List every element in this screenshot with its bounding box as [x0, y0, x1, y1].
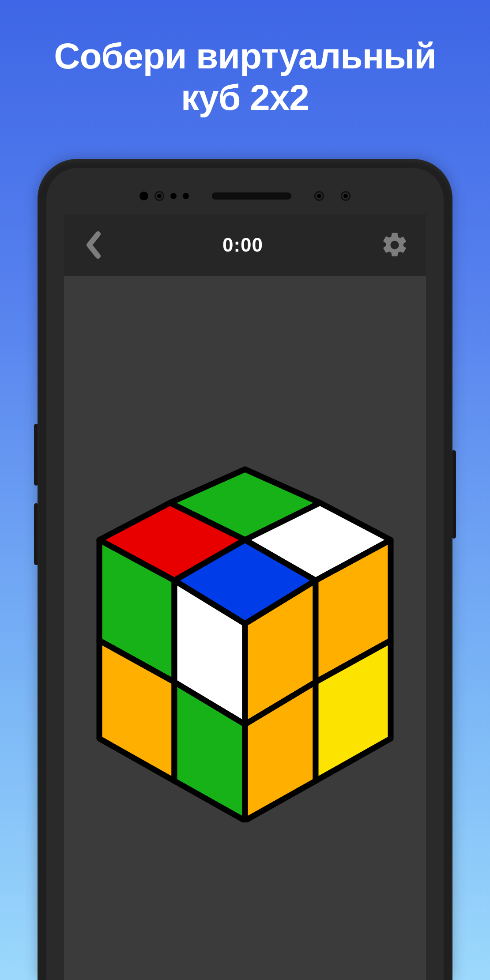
headline-line1: Собери виртуальный	[54, 36, 436, 76]
phone-bezel: 0:00	[46, 168, 444, 980]
app-topbar: 0:00	[64, 214, 426, 276]
sensor-dot	[139, 192, 148, 200]
app-screen: 0:00	[64, 214, 426, 980]
earpiece	[212, 192, 291, 200]
rubiks-cube-2x2[interactable]	[86, 460, 404, 822]
settings-button[interactable]	[379, 230, 410, 260]
phone-body: 0:00	[38, 159, 452, 980]
back-button[interactable]	[80, 227, 106, 263]
chevron-left-icon	[85, 231, 102, 259]
phone-mockup: 0:00	[38, 159, 452, 980]
phone-sensor-cluster	[46, 187, 444, 205]
front-camera-icon	[155, 191, 164, 201]
front-camera-icon	[314, 191, 324, 201]
headline-line2: куб 2x2	[0, 77, 490, 118]
sensor-dot	[183, 193, 189, 199]
timer-display: 0:00	[222, 234, 263, 256]
cube-stage[interactable]	[64, 276, 426, 980]
front-camera-icon	[341, 191, 351, 201]
gear-icon	[380, 230, 409, 260]
sensor-dot	[170, 193, 177, 199]
promo-headline: Собери виртуальный куб 2x2	[0, 0, 490, 119]
